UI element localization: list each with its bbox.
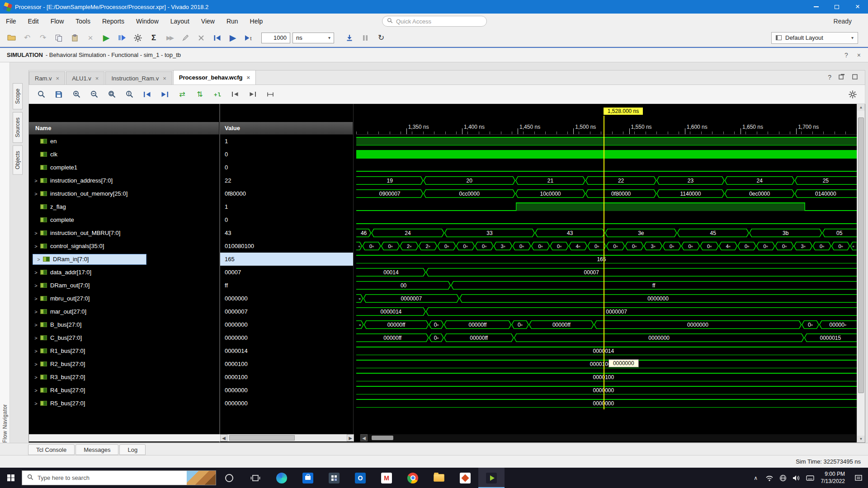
signal-value-row[interactable]: 0000100 bbox=[220, 371, 353, 384]
menu-window[interactable]: Window bbox=[130, 14, 165, 28]
menu-file[interactable]: File bbox=[0, 14, 22, 28]
expander-icon[interactable]: > bbox=[35, 257, 42, 262]
signal-row[interactable]: complete bbox=[29, 213, 219, 226]
tab-processor-behav-wcfg[interactable]: Processor_behav.wcfg× bbox=[173, 70, 256, 84]
go-right-icon[interactable] bbox=[246, 88, 259, 101]
goto-arrow-icon[interactable]: ⇅ bbox=[193, 88, 207, 101]
bottom-tab-messages[interactable]: Messages bbox=[75, 444, 118, 455]
step-icon[interactable] bbox=[343, 32, 356, 44]
redo-icon[interactable]: ↷ bbox=[36, 32, 50, 44]
open-file-icon[interactable] bbox=[5, 32, 18, 44]
signal-row[interactable]: >R4_bus[27:0] bbox=[29, 384, 219, 397]
side-tab-scope[interactable]: Scope bbox=[13, 83, 23, 109]
maximize-button[interactable] bbox=[826, 0, 847, 14]
signal-row[interactable]: >C_bus[27:0] bbox=[29, 331, 219, 344]
taskbar-calculator-icon[interactable] bbox=[321, 468, 347, 488]
signal-value-row[interactable]: 0000100 bbox=[220, 357, 353, 371]
menu-tools[interactable]: Tools bbox=[70, 14, 96, 28]
signal-row[interactable]: >mbru_out[27:0] bbox=[29, 292, 219, 305]
close-button[interactable]: × bbox=[847, 0, 868, 14]
expander-icon[interactable]: > bbox=[33, 283, 39, 288]
settings-icon[interactable] bbox=[131, 32, 145, 44]
next-transition-icon[interactable] bbox=[158, 88, 171, 101]
run-all-icon[interactable]: ▶ bbox=[226, 32, 240, 44]
side-tab-sources[interactable]: Sources bbox=[13, 112, 23, 143]
signal-row[interactable]: >B_bus[27:0] bbox=[29, 318, 219, 331]
restart-icon[interactable] bbox=[210, 32, 224, 44]
paste-icon[interactable] bbox=[68, 32, 81, 44]
tab-instruction-ram-v[interactable]: Instruction_Ram.v× bbox=[105, 71, 172, 84]
wave-horizontal-scrollbar[interactable]: ◀ bbox=[360, 434, 856, 441]
run-icon[interactable]: ▶ bbox=[99, 32, 113, 44]
signal-value-row[interactable]: 1 bbox=[220, 200, 353, 213]
signal-value-row[interactable]: 0000007 bbox=[220, 305, 353, 318]
signal-value-row[interactable]: 43 bbox=[220, 226, 353, 239]
cursor-time-label[interactable]: 1,528.000 ns bbox=[604, 108, 643, 115]
taskbar-task-view-icon[interactable] bbox=[242, 468, 269, 488]
signal-row[interactable]: z_flag bbox=[29, 200, 219, 213]
flow-navigator-panel[interactable]: Flow Navigator bbox=[0, 62, 10, 443]
signal-row[interactable]: complete1 bbox=[29, 161, 219, 174]
signal-value-row[interactable]: 0000000 bbox=[220, 397, 353, 410]
signal-value-row[interactable]: 0000000 bbox=[220, 384, 353, 397]
close-panel-icon[interactable]: × bbox=[857, 52, 861, 59]
signal-row[interactable]: >R1_bus[27:0] bbox=[29, 344, 219, 357]
break-icon[interactable] bbox=[194, 32, 208, 44]
name-column-header[interactable]: Name bbox=[29, 122, 219, 135]
signal-value-row[interactable]: 22 bbox=[220, 174, 353, 187]
relaunch-icon[interactable]: ↻ bbox=[374, 32, 388, 44]
value-scroll-thumb[interactable] bbox=[229, 435, 295, 441]
expander-icon[interactable]: > bbox=[33, 401, 39, 406]
signal-row[interactable]: >R3_bus[27:0] bbox=[29, 371, 219, 384]
close-tab-icon[interactable]: × bbox=[163, 75, 166, 82]
timeline-ruler[interactable]: 1,350 ns1,400 ns1,450 ns1,500 ns1,550 ns… bbox=[356, 122, 857, 135]
scroll-right-icon[interactable]: ▶ bbox=[347, 434, 354, 441]
action-center-button[interactable] bbox=[849, 468, 868, 488]
keyboard-icon[interactable] bbox=[803, 468, 817, 488]
expander-icon[interactable]: > bbox=[33, 361, 39, 367]
tab-ram-v[interactable]: Ram.v× bbox=[29, 71, 65, 84]
minimize-button[interactable] bbox=[806, 0, 826, 14]
taskbar-edge-icon[interactable] bbox=[269, 468, 295, 488]
signal-value-row[interactable]: 165 bbox=[220, 253, 353, 266]
delete-icon[interactable]: × bbox=[84, 32, 97, 44]
wifi-icon[interactable] bbox=[763, 468, 776, 488]
menu-layout[interactable]: Layout bbox=[165, 14, 195, 28]
network-icon[interactable] bbox=[776, 468, 790, 488]
signal-row[interactable]: >R5_bus[27:0] bbox=[29, 397, 219, 410]
expander-icon[interactable]: > bbox=[33, 348, 39, 354]
expander-icon[interactable]: > bbox=[33, 296, 39, 301]
close-tab-icon[interactable]: × bbox=[56, 75, 60, 82]
tray-expand-icon[interactable]: ∧ bbox=[749, 468, 763, 488]
zoom-cursor-icon[interactable] bbox=[123, 88, 136, 101]
skip-icon[interactable]: ▶▶ bbox=[163, 32, 176, 44]
layout-selector[interactable]: Default Layout ▾ bbox=[771, 32, 858, 44]
taskbar-search[interactable]: Type here to search bbox=[22, 470, 216, 485]
add-force-icon[interactable]: + bbox=[211, 88, 224, 101]
signal-row[interactable]: >instruction_address[7:0] bbox=[29, 174, 219, 187]
zoom-out-icon[interactable] bbox=[87, 88, 101, 101]
vertical-scroll-thumb[interactable] bbox=[858, 117, 864, 393]
copy-icon[interactable] bbox=[52, 32, 66, 44]
expander-icon[interactable]: > bbox=[33, 322, 39, 328]
menu-help[interactable]: Help bbox=[244, 14, 269, 28]
pause-icon[interactable] bbox=[359, 32, 372, 44]
volume-icon[interactable] bbox=[790, 468, 803, 488]
taskbar-chrome-icon[interactable] bbox=[400, 468, 426, 488]
menu-reports[interactable]: Reports bbox=[96, 14, 130, 28]
expander-icon[interactable]: > bbox=[33, 270, 39, 275]
scroll-left-icon[interactable]: ◀ bbox=[360, 434, 368, 441]
taskbar-file-explorer-icon[interactable] bbox=[426, 468, 452, 488]
run-for-icon[interactable]: t bbox=[242, 32, 255, 44]
signal-row[interactable]: >mar_out[27:0] bbox=[29, 305, 219, 318]
expander-icon[interactable]: > bbox=[33, 178, 39, 183]
signal-row[interactable]: en bbox=[29, 135, 219, 148]
signal-value-row[interactable]: 0000000 bbox=[220, 331, 353, 344]
bottom-tab-tcl-console[interactable]: Tcl Console bbox=[28, 444, 75, 455]
expander-icon[interactable]: > bbox=[33, 335, 39, 341]
save-icon[interactable] bbox=[52, 88, 66, 101]
zoom-fit-icon[interactable] bbox=[105, 88, 118, 101]
edit-icon[interactable] bbox=[179, 32, 192, 44]
signal-row[interactable]: >instruction_out_MBRU[7:0] bbox=[29, 226, 219, 239]
close-tab-icon[interactable]: × bbox=[95, 75, 99, 82]
